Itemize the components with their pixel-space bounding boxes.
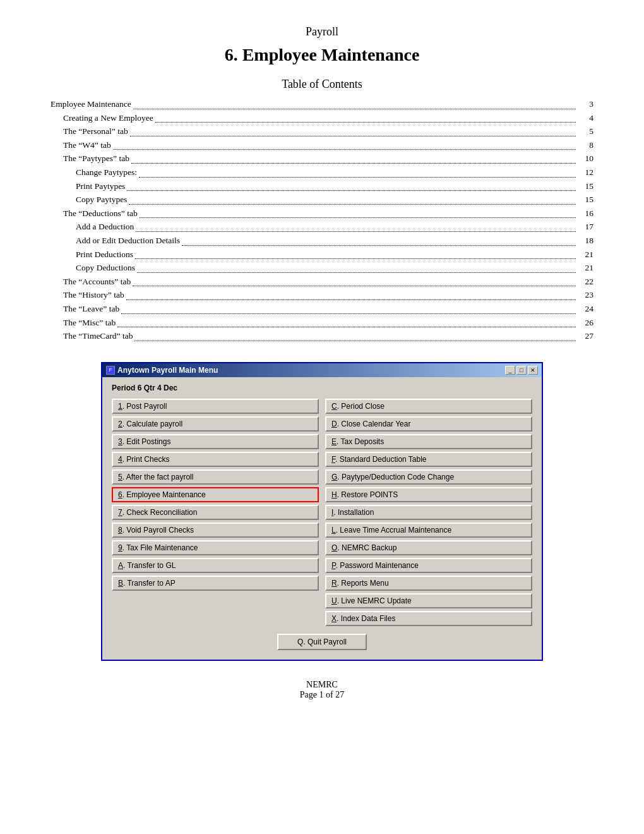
quit-button[interactable]: Q. Quit Payroll (277, 634, 367, 650)
toc-entry: The “Personal” tab5 (51, 124, 593, 138)
toc-entry: The “Deductions” tab16 (51, 207, 593, 221)
toc-page: 22 (578, 275, 593, 289)
toc-page: 18 (578, 234, 593, 248)
toc-page: 26 (578, 316, 593, 330)
menu-button-btne[interactable]: E. Tax Deposits (325, 434, 532, 449)
toc-page: 17 (578, 220, 593, 234)
menu-button-btnu[interactable]: U. Live NEMRC Update (325, 593, 532, 608)
toc-heading: Table of Contents (51, 78, 593, 91)
toc-entry: The “History” tab23 (51, 288, 593, 302)
menu-button-btn3[interactable]: 3. Edit Postings (112, 434, 319, 449)
toc-entry: The “Misc” tab26 (51, 316, 593, 330)
toc-entry: The “Paytypes” tab10 (51, 152, 593, 166)
page-title: Payroll (51, 25, 593, 39)
menu-button-btn1[interactable]: 1. Post Payroll (112, 399, 319, 414)
menu-button-btn6[interactable]: 6. Employee Maintenance (112, 487, 319, 502)
toc-page: 15 (578, 193, 593, 207)
menu-button-btnr[interactable]: R. Reports Menu (325, 576, 532, 591)
menu-button-btnf[interactable]: F. Standard Deduction Table (325, 452, 532, 467)
toc-page: 3 (578, 97, 593, 111)
period-label: Period 6 Qtr 4 Dec (112, 384, 532, 392)
menu-button-btn8[interactable]: 8. Void Payroll Checks (112, 523, 319, 538)
menu-button-btng[interactable]: G. Paytype/Deduction Code Change (325, 469, 532, 485)
menu-button-btn5[interactable]: 5. After the fact payroll (112, 469, 319, 485)
title-icon: F (106, 366, 115, 375)
right-menu-column: C. Period CloseD. Close Calendar YearE. … (325, 399, 532, 626)
table-of-contents: Employee Maintenance3Creating a New Empl… (51, 97, 593, 343)
menu-button-btno[interactable]: O. NEMRC Backup (325, 540, 532, 555)
toc-page: 5 (578, 124, 593, 138)
menu-button-btn9[interactable]: 9. Tax File Maintenance (112, 540, 319, 555)
toc-entry: Copy Deductions21 (51, 261, 593, 275)
footer: NEMRC Page 1 of 27 (51, 680, 593, 700)
toc-page: 8 (578, 138, 593, 152)
menu-button-btnb[interactable]: B. Transfer to AP (112, 576, 319, 591)
menu-button-btnx[interactable]: X. Index Data Files (325, 611, 532, 626)
toc-page: 10 (578, 152, 593, 166)
menu-button-btnh[interactable]: H. Restore POINTS (325, 487, 532, 502)
dialog-title: Anytown Payroll Main Menu (117, 366, 218, 375)
toc-entry: Print Paytypes15 (51, 179, 593, 193)
toc-entry: Print Deductions21 (51, 248, 593, 262)
toc-page: 24 (578, 302, 593, 316)
toc-page: 16 (578, 207, 593, 221)
menu-button-btni[interactable]: I. Installation (325, 505, 532, 520)
toc-page: 12 (578, 166, 593, 179)
titlebar: F Anytown Payroll Main Menu _ □ ✕ (102, 363, 542, 377)
toc-entry: Change Paytypes:12 (51, 166, 593, 179)
menu-button-btn7[interactable]: 7. Check Reconciliation (112, 505, 319, 520)
menu-button-btn4[interactable]: 4. Print Checks (112, 452, 319, 467)
toc-entry: Add a Deduction17 (51, 220, 593, 234)
left-menu-column: 1. Post Payroll2. Calculate payroll3. Ed… (112, 399, 319, 626)
toc-page: 15 (578, 179, 593, 193)
toc-entry: Add or Edit Deduction Details18 (51, 234, 593, 248)
section-title: 6. Employee Maintenance (51, 45, 593, 65)
toc-entry: The “Leave” tab24 (51, 302, 593, 316)
toc-page: 21 (578, 261, 593, 275)
toc-page: 27 (578, 329, 593, 343)
main-dialog: F Anytown Payroll Main Menu _ □ ✕ Period… (101, 362, 543, 661)
close-button[interactable]: ✕ (528, 366, 538, 375)
toc-entry: The “TimeCard” tab27 (51, 329, 593, 343)
toc-entry: Employee Maintenance3 (51, 97, 593, 111)
menu-button-btnp[interactable]: P. Password Maintenance (325, 558, 532, 573)
toc-entry: Creating a New Employee4 (51, 111, 593, 125)
menu-button-btna[interactable]: A. Transfer to GL (112, 558, 319, 573)
menu-button-btnc[interactable]: C. Period Close (325, 399, 532, 414)
menu-button-btnd[interactable]: D. Close Calendar Year (325, 416, 532, 432)
maximize-button[interactable]: □ (516, 366, 527, 375)
menu-button-btn2[interactable]: 2. Calculate payroll (112, 416, 319, 432)
toc-page: 23 (578, 288, 593, 302)
menu-button-btnl[interactable]: L. Leave Time Accrual Maintenance (325, 523, 532, 538)
toc-page: 21 (578, 248, 593, 262)
toc-page: 4 (578, 111, 593, 125)
minimize-button[interactable]: _ (505, 366, 515, 375)
toc-entry: The “W4” tab8 (51, 138, 593, 152)
toc-entry: The “Accounts” tab22 (51, 275, 593, 289)
toc-entry: Copy Paytypes15 (51, 193, 593, 207)
